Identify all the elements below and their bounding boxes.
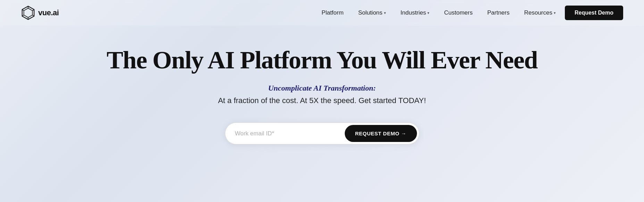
nav-link-industries[interactable]: Industries ▾ — [395, 7, 435, 19]
nav-item-request-demo[interactable]: Request Demo — [565, 6, 623, 20]
nav-link-platform[interactable]: Platform — [316, 7, 349, 19]
solutions-chevron-icon: ▾ — [384, 11, 386, 15]
nav-request-demo-button[interactable]: Request Demo — [565, 6, 623, 20]
nav-item-partners[interactable]: Partners — [482, 7, 515, 19]
logo-link[interactable]: vue.ai — [21, 6, 59, 20]
nav-link-resources[interactable]: Resources ▾ — [519, 7, 561, 19]
hero-title: The Only AI Platform You Will Ever Need — [107, 47, 537, 74]
industries-chevron-icon: ▾ — [427, 11, 429, 15]
nav-item-platform[interactable]: Platform — [316, 7, 349, 19]
svg-marker-1 — [24, 8, 33, 18]
logo-text: vue.ai — [38, 8, 59, 17]
request-demo-submit-button[interactable]: REQUEST DEMO → — [345, 125, 417, 142]
nav-item-solutions[interactable]: Solutions ▾ — [353, 7, 392, 19]
nav-item-industries[interactable]: Industries ▾ — [395, 7, 435, 19]
nav-item-resources[interactable]: Resources ▾ — [519, 7, 561, 19]
nav-item-customers[interactable]: Customers — [438, 7, 478, 19]
main-nav: vue.ai Platform Solutions ▾ Industries ▾… — [0, 0, 644, 26]
hero-section: The Only AI Platform You Will Ever Need … — [0, 26, 644, 165]
nav-link-solutions[interactable]: Solutions ▾ — [353, 7, 392, 19]
hero-subtitle-bold: Uncomplicate AI Transformation: — [268, 84, 376, 93]
nav-links: Platform Solutions ▾ Industries ▾ Custom… — [316, 6, 623, 20]
nav-link-customers[interactable]: Customers — [438, 7, 478, 19]
hero-email-form[interactable]: REQUEST DEMO → — [225, 123, 419, 144]
email-input[interactable] — [235, 130, 345, 137]
resources-chevron-icon: ▾ — [554, 11, 556, 15]
logo-icon — [21, 6, 35, 20]
hero-subtitle-normal: At a fraction of the cost. At 5X the spe… — [218, 96, 426, 105]
nav-link-partners[interactable]: Partners — [482, 7, 515, 19]
